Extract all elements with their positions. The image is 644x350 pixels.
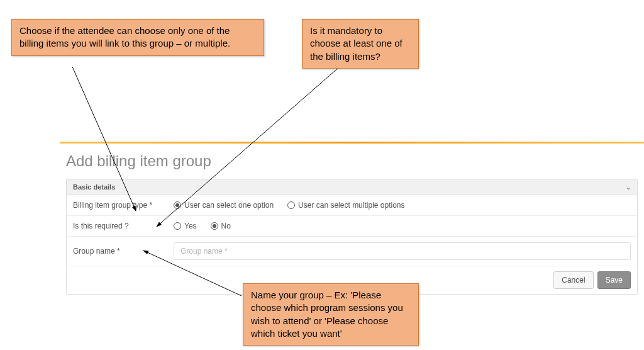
panel-heading-text: Basic details <box>73 183 115 191</box>
radio-icon <box>174 222 181 230</box>
callout-group-type: Choose if the attendee can choose only o… <box>11 19 264 56</box>
radio-label: User can select one option <box>184 201 274 210</box>
radio-label: User can select multiple options <box>298 201 404 210</box>
radio-icon <box>287 201 295 209</box>
save-button[interactable]: Save <box>597 271 631 289</box>
label-group-name: Group name * <box>73 247 174 256</box>
label-required: Is this required ? <box>73 222 174 230</box>
basic-details-panel: Basic details ⌄ Billing item group type … <box>66 179 638 295</box>
row-group-name: Group name * <box>67 237 637 266</box>
radio-type-multiple-options[interactable]: User can select multiple options <box>287 201 404 210</box>
radio-icon-selected <box>211 222 218 230</box>
panel-header[interactable]: Basic details ⌄ <box>67 179 637 195</box>
add-billing-item-group-page: Add billing item group Basic details ⌄ B… <box>60 146 644 295</box>
top-accent-bar <box>60 142 644 144</box>
radio-label: Yes <box>184 222 197 230</box>
callout-required: Is it mandatory to choose at least one o… <box>302 19 419 69</box>
group-name-input[interactable] <box>174 242 631 260</box>
radio-icon-selected <box>174 201 181 209</box>
row-group-type: Billing item group type * User can selec… <box>67 195 637 216</box>
radio-required-yes[interactable]: Yes <box>174 222 197 230</box>
panel-body: Billing item group type * User can selec… <box>67 195 637 266</box>
cancel-button[interactable]: Cancel <box>553 271 593 289</box>
page-title: Add billing item group <box>66 152 638 170</box>
row-required: Is this required ? Yes No <box>67 216 637 237</box>
callout-group-name: Name your group – Ex: 'Please choose whi… <box>243 283 419 346</box>
radio-required-no[interactable]: No <box>211 222 231 230</box>
chevron-down-icon: ⌄ <box>626 184 631 191</box>
radio-label: No <box>221 222 231 230</box>
radio-type-one-option[interactable]: User can select one option <box>174 201 274 210</box>
label-group-type: Billing item group type * <box>73 201 174 210</box>
